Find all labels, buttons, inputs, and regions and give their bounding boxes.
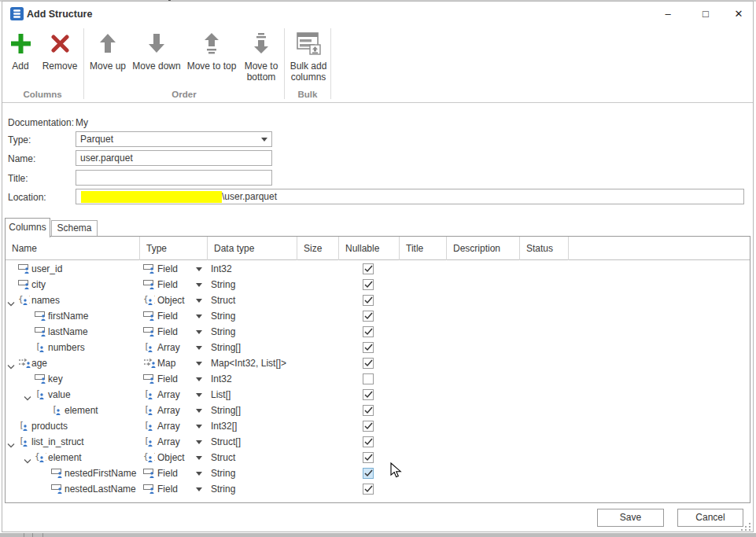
nullable-checkbox[interactable] <box>363 452 374 463</box>
row-name[interactable]: age <box>31 355 47 371</box>
row-name[interactable]: list_in_struct <box>31 434 84 450</box>
row-name[interactable]: user_id <box>31 261 62 277</box>
row-data-type[interactable]: String <box>211 324 235 340</box>
type-dropdown-icon[interactable] <box>196 314 202 318</box>
table-row[interactable]: [ ]list_in_struct[ ]ArrayStruct[] <box>6 434 750 450</box>
column-header-description[interactable]: Description <box>447 237 520 260</box>
remove-button[interactable]: Remove <box>39 26 80 72</box>
row-type[interactable]: Field <box>157 324 178 340</box>
table-row[interactable]: { }element{ }ObjectStruct <box>6 450 750 465</box>
table-row[interactable]: { }names{ }ObjectStruct <box>6 292 750 308</box>
tab-columns[interactable]: Columns <box>5 218 50 237</box>
column-header-data-type[interactable]: Data type <box>208 237 297 260</box>
row-data-type[interactable]: String <box>211 308 235 324</box>
expander-chevron-icon[interactable] <box>7 298 15 309</box>
row-name[interactable]: city <box>31 277 46 292</box>
table-row[interactable]: [ ]products[ ]ArrayInt32[] <box>6 418 750 434</box>
type-dropdown-icon[interactable] <box>196 440 202 444</box>
add-button[interactable]: Add <box>3 26 38 72</box>
nullable-checkbox[interactable] <box>363 405 374 416</box>
row-data-type[interactable]: String <box>211 481 235 497</box>
row-type[interactable]: Field <box>157 308 178 324</box>
nullable-checkbox[interactable] <box>363 436 374 447</box>
expander-chevron-icon[interactable] <box>24 455 31 466</box>
type-dropdown-icon[interactable] <box>196 330 202 334</box>
type-dropdown-icon[interactable] <box>196 377 202 381</box>
row-name[interactable]: names <box>31 292 60 308</box>
table-row[interactable]: cityFieldString <box>6 277 750 292</box>
row-type[interactable]: Field <box>157 277 178 292</box>
location-input[interactable]: \user.parquet <box>76 189 744 204</box>
row-data-type[interactable]: String[] <box>211 403 241 418</box>
table-row[interactable]: nestedFirstNameFieldString <box>6 465 750 481</box>
row-name[interactable]: firstName <box>48 308 88 324</box>
expander-chevron-icon[interactable] <box>24 392 31 403</box>
column-header-title[interactable]: Title <box>400 237 447 260</box>
row-name[interactable]: element <box>48 450 82 465</box>
type-dropdown-icon[interactable] <box>196 299 202 303</box>
column-header-status[interactable]: Status <box>520 237 569 260</box>
row-data-type[interactable]: List[] <box>211 387 230 403</box>
bulk-add-columns-button[interactable]: Bulk add columns <box>286 26 331 83</box>
type-dropdown-icon[interactable] <box>196 362 202 366</box>
column-header-size[interactable]: Size <box>297 237 339 260</box>
row-type[interactable]: Array <box>157 403 180 418</box>
row-type[interactable]: Field <box>157 481 178 497</box>
row-data-type[interactable]: Struct <box>211 292 235 308</box>
name-input[interactable]: user.parquet <box>76 150 272 166</box>
row-data-type[interactable]: String <box>211 277 235 292</box>
row-name[interactable]: value <box>48 387 71 403</box>
row-name[interactable]: lastName <box>48 324 88 340</box>
tab-schema[interactable]: Schema <box>51 220 98 236</box>
row-data-type[interactable]: Struct <box>211 450 235 465</box>
type-dropdown-icon[interactable] <box>196 409 202 413</box>
row-type[interactable]: Field <box>157 371 178 387</box>
table-row[interactable]: user_idFieldInt32 <box>6 261 750 277</box>
nullable-checkbox[interactable] <box>363 484 374 495</box>
type-dropdown-icon[interactable] <box>196 487 202 491</box>
type-dropdown-icon[interactable] <box>196 456 202 460</box>
row-name[interactable]: products <box>31 418 68 434</box>
table-row[interactable]: [ ]element[ ]ArrayString[] <box>6 403 750 418</box>
row-type[interactable]: Array <box>157 340 180 355</box>
table-row[interactable]: firstNameFieldString <box>6 308 750 324</box>
type-dropdown-icon[interactable] <box>196 283 202 287</box>
nullable-checkbox[interactable] <box>363 373 374 384</box>
row-data-type[interactable]: String[] <box>211 340 241 355</box>
nullable-checkbox[interactable] <box>363 263 374 274</box>
move-to-bottom-button[interactable]: Move to bottom <box>238 26 284 83</box>
row-type[interactable]: Array <box>157 418 180 434</box>
type-dropdown-icon[interactable] <box>196 425 202 428</box>
row-data-type[interactable]: String <box>211 465 235 481</box>
column-header-name[interactable]: Name <box>6 237 140 260</box>
nullable-checkbox[interactable] <box>363 358 374 369</box>
maximize-button[interactable]: □ <box>693 5 718 23</box>
row-name[interactable]: element <box>65 403 98 418</box>
move-down-button[interactable]: Move down <box>130 26 183 72</box>
row-data-type[interactable]: Int32[] <box>211 418 237 434</box>
row-data-type[interactable]: Struct[] <box>211 434 241 450</box>
row-data-type[interactable]: Int32 <box>211 261 232 277</box>
table-row[interactable]: ageMapMap<Int32, List[]> <box>6 355 750 371</box>
table-row[interactable]: [ ]value[ ]ArrayList[] <box>6 387 750 403</box>
column-header-nullable[interactable]: Nullable <box>339 237 400 260</box>
row-type[interactable]: Array <box>157 434 180 450</box>
nullable-checkbox[interactable] <box>363 326 374 337</box>
row-type[interactable]: Map <box>157 355 175 371</box>
table-row[interactable]: nestedLastNameFieldString <box>6 481 750 497</box>
row-data-type[interactable]: Map<Int32, List[]> <box>211 355 286 371</box>
nullable-checkbox[interactable] <box>363 468 374 479</box>
minimize-button[interactable]: – <box>655 5 680 23</box>
cancel-button[interactable]: Cancel <box>677 509 743 527</box>
row-type[interactable]: Object <box>157 292 185 308</box>
nullable-checkbox[interactable] <box>363 279 374 290</box>
row-data-type[interactable]: Int32 <box>211 371 232 387</box>
row-type[interactable]: Array <box>157 387 180 403</box>
type-combobox[interactable]: Parquet <box>76 131 272 147</box>
move-to-top-button[interactable]: Move to top <box>185 26 238 72</box>
move-up-button[interactable]: Move up <box>86 26 130 72</box>
row-type[interactable]: Field <box>157 261 178 277</box>
row-name[interactable]: numbers <box>48 340 85 355</box>
row-name[interactable]: nestedFirstName <box>65 465 136 481</box>
nullable-checkbox[interactable] <box>363 342 374 353</box>
